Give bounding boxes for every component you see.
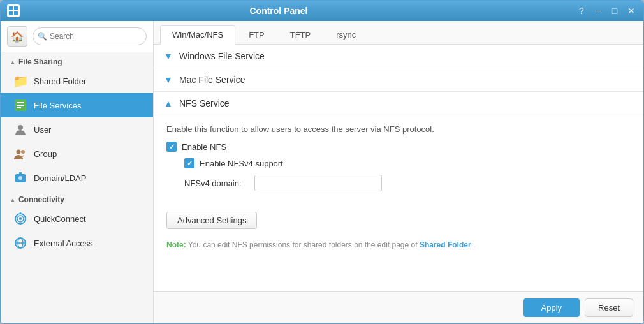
sidebar-item-domain-ldap[interactable]: Domain/LDAP (1, 166, 153, 190)
app-icon (7, 4, 20, 17)
home-icon: 🏠 (11, 31, 24, 43)
sidebar-item-shared-folder[interactable]: 📁 Shared Folder (1, 69, 153, 93)
nfs-content: Enable this function to allow users to a… (154, 115, 643, 258)
window-title: Control Panel (20, 6, 538, 16)
tab-rsync[interactable]: rsync (324, 25, 368, 44)
shared-folder-icon: 📁 (13, 74, 27, 88)
enable-nfs-row: ✓ Enable NFS (166, 142, 631, 152)
sidebar-section-connectivity[interactable]: ▲ Connectivity (1, 190, 153, 207)
tab-ftp[interactable]: FTP (237, 25, 277, 44)
sidebar-item-quickconnect[interactable]: QuickConnect (1, 207, 153, 231)
title-bar: Control Panel ? ─ □ ✕ (1, 1, 643, 21)
sidebar-section-label: File Sharing (18, 57, 62, 66)
tab-win-mac-nfs[interactable]: Win/Mac/NFS (160, 25, 235, 45)
sidebar-item-file-services[interactable]: File Services (1, 93, 153, 117)
search-wrapper: 🔍 (33, 27, 147, 45)
checkmark-icon: ✓ (187, 160, 193, 167)
mac-file-service-label: Mac File Service (179, 75, 245, 85)
svg-point-16 (19, 217, 22, 220)
windows-file-service-label: Windows File Service (179, 51, 265, 61)
sidebar-item-user[interactable]: User (1, 117, 153, 142)
note-label: Note: (166, 240, 186, 249)
enable-nfsv4-checkbox[interactable]: ✓ (184, 158, 194, 168)
enable-nfsv4-row: ✓ Enable NFSv4 support (184, 158, 631, 168)
help-button[interactable]: ? (576, 6, 587, 16)
reset-button[interactable]: Reset (585, 298, 633, 317)
note-text: You can edit NFS permissions for shared … (188, 240, 420, 249)
expand-icon: ▼ (164, 51, 174, 61)
svg-rect-6 (17, 105, 24, 106)
svg-rect-2 (9, 11, 13, 15)
sidebar-item-label: File Services (34, 101, 81, 110)
sidebar-section-label: Connectivity (18, 195, 64, 204)
sidebar-item-label: QuickConnect (34, 214, 86, 224)
nfsv4-domain-input[interactable] (254, 175, 382, 191)
svg-rect-13 (19, 172, 22, 175)
svg-point-8 (18, 125, 23, 130)
content-area: ▼ Windows File Service ▼ Mac File Servic… (154, 45, 643, 291)
nfs-service-label: NFS Service (179, 98, 230, 108)
advanced-settings-wrapper: Advanced Settings (166, 202, 631, 229)
domain-ldap-icon (13, 171, 27, 185)
external-access-icon (13, 236, 27, 250)
sidebar-item-label: User (34, 125, 51, 135)
quickconnect-icon (13, 212, 27, 226)
maximize-button[interactable]: □ (609, 6, 620, 16)
close-button[interactable]: ✕ (626, 6, 637, 16)
nfs-sub-options: ✓ Enable NFSv4 support (184, 158, 631, 168)
enable-nfsv4-label[interactable]: Enable NFSv4 support (200, 159, 283, 168)
group-icon (13, 147, 27, 161)
file-services-icon (13, 98, 27, 112)
nfsv4-domain-label: NFSv4 domain: (184, 179, 248, 188)
svg-rect-7 (17, 107, 21, 108)
sidebar-top: 🏠 🔍 (1, 21, 153, 52)
enable-nfs-checkbox[interactable]: ✓ (166, 142, 177, 152)
user-icon (13, 122, 27, 136)
svg-point-12 (18, 176, 22, 180)
enable-nfs-label[interactable]: Enable NFS (182, 142, 226, 152)
control-panel-window: Control Panel ? ─ □ ✕ 🏠 🔍 ▲ File Sh (0, 0, 644, 324)
title-bar-left (7, 4, 20, 17)
collapse-icon: ▲ (164, 98, 174, 108)
minimize-button[interactable]: ─ (592, 6, 604, 16)
checkmark-icon: ✓ (169, 144, 175, 151)
nfs-description: Enable this function to allow users to a… (166, 124, 631, 134)
main-content: Win/Mac/NFS FTP TFTP rsync ▼ Windows Fil… (154, 21, 643, 323)
svg-point-10 (21, 150, 25, 154)
collapse-icon: ▲ (10, 59, 16, 66)
home-button[interactable]: 🏠 (7, 26, 27, 47)
shared-folder-link[interactable]: Shared Folder (420, 240, 471, 249)
tab-bar: Win/Mac/NFS FTP TFTP rsync (154, 21, 643, 45)
apply-button[interactable]: Apply (523, 298, 580, 317)
svg-rect-5 (17, 102, 24, 103)
nfsv4-domain-row: NFSv4 domain: (184, 175, 631, 191)
nfs-service-row[interactable]: ▲ NFS Service (154, 92, 643, 115)
expand-icon: ▼ (164, 75, 174, 85)
sidebar-item-external-access[interactable]: External Access (1, 231, 153, 255)
sidebar-section-file-sharing[interactable]: ▲ File Sharing (1, 52, 153, 69)
sidebar-item-label: Domain/LDAP (34, 173, 86, 183)
svg-rect-1 (14, 6, 18, 10)
window-controls: ? ─ □ ✕ (576, 6, 637, 16)
windows-file-service-row[interactable]: ▼ Windows File Service (154, 45, 643, 68)
window-body: 🏠 🔍 ▲ File Sharing 📁 Shared Folder (1, 21, 643, 323)
footer-bar: Apply Reset (154, 291, 643, 323)
sidebar-item-group[interactable]: Group (1, 142, 153, 166)
sidebar-item-label: Shared Folder (34, 77, 86, 86)
svg-point-9 (17, 150, 21, 154)
note-row: Note: You can edit NFS permissions for s… (166, 240, 631, 249)
svg-rect-3 (14, 11, 18, 15)
collapse-icon: ▲ (10, 196, 16, 203)
sidebar: 🏠 🔍 ▲ File Sharing 📁 Shared Folder (1, 21, 154, 323)
note-suffix: . (473, 240, 475, 249)
tab-tftp[interactable]: TFTP (278, 25, 323, 44)
svg-rect-0 (9, 6, 13, 10)
sidebar-item-label: External Access (34, 239, 93, 248)
sidebar-item-label: Group (34, 149, 57, 159)
advanced-settings-button[interactable]: Advanced Settings (166, 212, 257, 229)
mac-file-service-row[interactable]: ▼ Mac File Service (154, 68, 643, 92)
search-input[interactable] (33, 27, 147, 45)
